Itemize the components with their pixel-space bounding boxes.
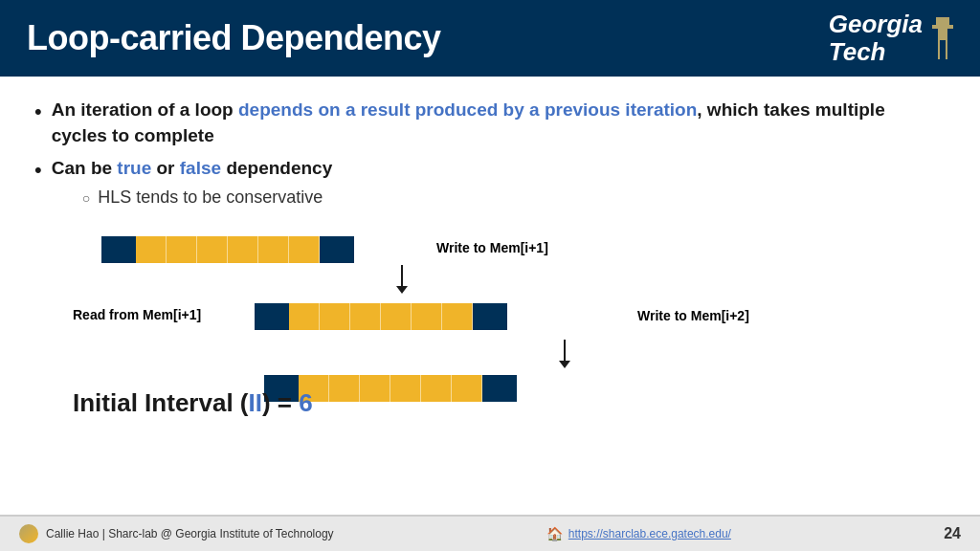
bullet1-blue: depends on a result produced by a previo… bbox=[238, 99, 697, 120]
row2-seg-y6 bbox=[442, 303, 473, 330]
row3-seg-dark-end bbox=[482, 375, 517, 402]
sub-bullet-text: HLS tends to be conservative bbox=[98, 186, 323, 209]
label-write-1: Write to Mem[i+1] bbox=[436, 240, 548, 255]
row1-seg-y4 bbox=[228, 236, 258, 263]
bullet2-false: false bbox=[180, 158, 221, 178]
ii-value: 6 bbox=[299, 388, 312, 417]
row3-seg-y5 bbox=[421, 375, 452, 402]
svg-rect-1 bbox=[932, 25, 953, 29]
slide-content: • An iteration of a loop depends on a re… bbox=[0, 77, 980, 447]
footer-author-text: Callie Hao | Sharc-lab @ Georgia Institu… bbox=[46, 527, 334, 540]
bullet-item-1: • An iteration of a loop depends on a re… bbox=[34, 98, 946, 148]
bullet2-suffix: dependency bbox=[221, 158, 332, 178]
slide-footer: Callie Hao | Sharc-lab @ Georgia Institu… bbox=[0, 515, 980, 551]
row3-seg-y4 bbox=[390, 375, 421, 402]
bullet2-or: or bbox=[151, 158, 180, 178]
slide-header: Loop-carried Dependency Georgia Tech bbox=[0, 0, 980, 77]
bullet-text-2: Can be true or false dependency ○ HLS te… bbox=[52, 156, 333, 209]
arrow-2 bbox=[559, 340, 570, 368]
georgia-tech-logo: Georgia Tech bbox=[829, 11, 957, 65]
bullet-list: • An iteration of a loop depends on a re… bbox=[34, 98, 946, 209]
row1-seg-y5 bbox=[258, 236, 289, 263]
svg-rect-3 bbox=[934, 34, 938, 40]
arrow1-line bbox=[401, 265, 403, 286]
row2-seg-y1 bbox=[289, 303, 320, 330]
ii-text-before: Initial Interval ( bbox=[73, 388, 249, 417]
ii-abbreviation: II bbox=[249, 388, 262, 417]
arrow2-line bbox=[564, 340, 566, 361]
footer-avatar-icon bbox=[19, 524, 38, 543]
row1-seg-y3 bbox=[197, 236, 228, 263]
logo-line1: Georgia bbox=[829, 11, 923, 38]
logo-line2: Tech bbox=[829, 38, 886, 66]
bullet-item-2: • Can be true or false dependency ○ HLS … bbox=[34, 156, 946, 209]
row2-seg-y3 bbox=[350, 303, 381, 330]
row3-seg-y6 bbox=[452, 375, 482, 402]
bullet-text-1: An iteration of a loop depends on a resu… bbox=[52, 98, 946, 148]
row1-seg-dark-start bbox=[101, 236, 136, 263]
bullet-dot-2: • bbox=[34, 156, 42, 186]
row1-seg-y1 bbox=[136, 236, 167, 263]
label-write-2: Write to Mem[i+2] bbox=[637, 308, 749, 323]
row1-bars bbox=[101, 236, 354, 263]
bullet1-black1: An iteration of a loop bbox=[52, 99, 238, 120]
ii-label: Initial Interval (II) = 6 bbox=[73, 387, 313, 418]
footer-page-number: 24 bbox=[944, 525, 961, 542]
row1-seg-y2 bbox=[167, 236, 197, 263]
row2-bars bbox=[73, 303, 507, 330]
row2-seg-y4 bbox=[381, 303, 412, 330]
footer-url-section: 🏠 https://sharclab.ece.gatech.edu/ bbox=[546, 526, 731, 541]
svg-rect-5 bbox=[940, 40, 946, 59]
row3-seg-y3 bbox=[360, 375, 390, 402]
ii-text-after: ) = bbox=[262, 388, 299, 417]
row2-seg-y2 bbox=[320, 303, 350, 330]
row1-seg-y6 bbox=[289, 236, 320, 263]
row2-seg-dark-start bbox=[255, 303, 289, 330]
arrow2-head bbox=[559, 361, 570, 368]
sub-bullet-item-1: ○ HLS tends to be conservative bbox=[82, 186, 333, 209]
row2-spacer bbox=[73, 303, 255, 330]
sub-bullet-list: ○ HLS tends to be conservative bbox=[82, 186, 333, 209]
arrow-1 bbox=[396, 265, 408, 294]
home-icon: 🏠 bbox=[546, 526, 563, 541]
row3-seg-y2 bbox=[329, 375, 360, 402]
svg-rect-4 bbox=[947, 34, 951, 40]
arrow1-head bbox=[396, 286, 408, 294]
bullet2-true: true bbox=[117, 158, 151, 178]
sub-dot: ○ bbox=[82, 189, 90, 209]
slide-title: Loop-carried Dependency bbox=[27, 18, 441, 58]
row1-seg-dark-end bbox=[320, 236, 354, 263]
bullet-dot-1: • bbox=[34, 98, 42, 127]
row2-seg-dark-end bbox=[473, 303, 507, 330]
bullet2-black1: Can be bbox=[52, 158, 118, 178]
gt-tower-icon bbox=[928, 17, 957, 59]
svg-rect-0 bbox=[936, 17, 949, 25]
pipeline-diagram: Write to Mem[i+1] Read from Mem[i+1] Wri bbox=[73, 227, 946, 437]
row2-seg-y5 bbox=[412, 303, 442, 330]
footer-author-section: Callie Hao | Sharc-lab @ Georgia Institu… bbox=[19, 524, 334, 543]
footer-url[interactable]: https://sharclab.ece.gatech.edu/ bbox=[568, 527, 731, 540]
